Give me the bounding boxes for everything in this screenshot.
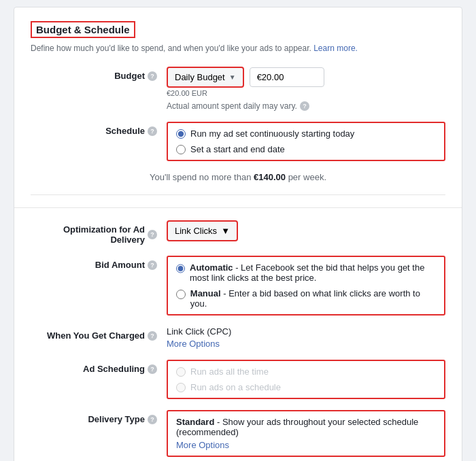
budget-row: Budget ? Daily Budget ▼ €20.00 EUR Actua… <box>31 67 445 111</box>
bid-amount-row: Bid Amount ? Automatic - Let Facebook se… <box>31 256 445 315</box>
optimization-row: Optimization for Ad Delivery ? Link Clic… <box>31 220 445 245</box>
budget-amount-input[interactable] <box>250 67 324 87</box>
delivery-type-row: Delivery Type ? Standard - Show your ads… <box>31 410 445 457</box>
bid-amount-label: Bid Amount ? <box>31 256 167 270</box>
ad-scheduling-option-alltime[interactable]: Run ads all the time <box>176 366 436 377</box>
daily-budget-dropdown[interactable]: Daily Budget ▼ <box>167 67 244 88</box>
bid-option-automatic[interactable]: Automatic - Let Facebook set the bid tha… <box>176 262 436 283</box>
ad-scheduling-radio-alltime[interactable] <box>176 367 186 377</box>
section-subtitle: Define how much you'd like to spend, and… <box>31 42 445 54</box>
budget-input-row: Daily Budget ▼ <box>167 67 445 88</box>
chevron-down-icon-2: ▼ <box>221 226 230 236</box>
optimization-field: Link Clicks ▼ <box>167 220 445 241</box>
ad-scheduling-label: Ad Scheduling ? <box>31 360 167 374</box>
bid-option-manual[interactable]: Manual - Enter a bid based on what link … <box>176 288 436 309</box>
learn-more-link[interactable]: Learn more. <box>313 44 358 53</box>
charge-value: Link Click (CPC) <box>167 326 445 337</box>
charged-label: When You Get Charged ? <box>31 326 167 341</box>
optimization-info-icon: ? <box>148 230 157 239</box>
bid-radio-manual[interactable] <box>176 290 186 299</box>
bid-amount-field: Automatic - Let Facebook set the bid tha… <box>167 256 445 315</box>
charged-field: Link Click (CPC) More Options <box>167 326 445 349</box>
charged-info-icon: ? <box>148 331 157 341</box>
weekly-amount: €140.00 <box>254 172 286 182</box>
schedule-radio-dates[interactable] <box>176 145 186 154</box>
link-clicks-dropdown[interactable]: Link Clicks ▼ <box>167 220 238 241</box>
delivery-more-options-link[interactable]: More Options <box>176 440 229 450</box>
schedule-option-continuous[interactable]: Run my ad set continuously starting toda… <box>176 129 436 139</box>
chevron-down-icon: ▼ <box>229 73 236 81</box>
bid-radio-automatic[interactable] <box>176 264 185 273</box>
budget-field: Daily Budget ▼ €20.00 EUR Actual amount … <box>167 67 445 111</box>
ad-scheduling-info-icon: ? <box>148 364 157 374</box>
ad-scheduling-option-schedule[interactable]: Run ads on a schedule <box>176 382 436 392</box>
delivery-type-field: Standard - Show your ads throughout your… <box>167 410 445 457</box>
delivery-type-label: Delivery Type ? <box>31 410 167 424</box>
schedule-radio-group: Run my ad set continuously starting toda… <box>167 122 445 161</box>
schedule-label: Schedule ? <box>31 122 167 136</box>
vary-info-icon: ? <box>300 101 309 111</box>
vary-note: Actual amount spent daily may vary. ? <box>167 101 445 111</box>
optimization-label: Optimization for Ad Delivery ? <box>31 220 167 245</box>
budget-info-icon: ? <box>148 71 157 81</box>
weekly-note: You'll spend no more than €140.00 per we… <box>31 172 445 195</box>
delivery-type-info-icon: ? <box>148 415 157 424</box>
ad-scheduling-radio-schedule[interactable] <box>176 383 186 392</box>
ad-scheduling-radio-group: Run ads all the time Run ads on a schedu… <box>167 360 445 399</box>
bid-amount-info-icon: ? <box>148 260 157 270</box>
delivery-type-text: Standard - Show your ads throughout your… <box>176 417 436 437</box>
budget-label: Budget ? <box>31 67 167 81</box>
schedule-option-dates[interactable]: Set a start and end date <box>176 144 436 154</box>
currency-note: €20.00 EUR <box>167 89 445 97</box>
ad-scheduling-row: Ad Scheduling ? Run ads all the time Run… <box>31 360 445 399</box>
budget-schedule-card: Budget & Schedule Define how much you'd … <box>14 7 462 461</box>
schedule-radio-continuous[interactable] <box>176 129 186 139</box>
delivery-type-box: Standard - Show your ads throughout your… <box>167 410 445 457</box>
schedule-field: Run my ad set continuously starting toda… <box>167 122 445 161</box>
schedule-info-icon: ? <box>148 126 157 136</box>
section-divider <box>14 207 462 208</box>
ad-scheduling-field: Run ads all the time Run ads on a schedu… <box>167 360 445 399</box>
charged-more-options-link[interactable]: More Options <box>167 339 220 349</box>
bid-radio-group: Automatic - Let Facebook set the bid tha… <box>167 256 445 315</box>
section-title: Budget & Schedule <box>31 21 135 38</box>
charged-row: When You Get Charged ? Link Click (CPC) … <box>31 326 445 349</box>
schedule-row: Schedule ? Run my ad set continuously st… <box>31 122 445 161</box>
